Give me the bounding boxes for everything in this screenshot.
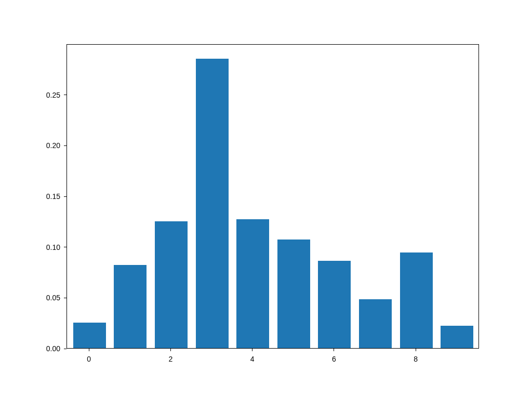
bar-3 [196, 59, 229, 348]
bar-1 [114, 265, 147, 348]
y-tick-label: 0.00 [46, 344, 60, 353]
x-tick [89, 349, 89, 351]
bar-4 [236, 219, 269, 348]
x-tick [170, 349, 171, 351]
y-tick [64, 95, 66, 95]
y-tick-label: 0.20 [46, 141, 60, 150]
x-tick-label: 0 [87, 355, 91, 363]
x-tick-label: 4 [250, 355, 255, 363]
y-tick [64, 145, 66, 146]
x-tick-label: 6 [332, 355, 336, 363]
bar-0 [73, 323, 106, 348]
bar-8 [400, 252, 433, 348]
x-tick-label: 8 [414, 355, 418, 363]
bar-9 [441, 326, 473, 348]
plot-area [66, 44, 479, 349]
x-tick-label: 2 [169, 355, 173, 363]
bars-group [67, 45, 478, 348]
bar-2 [155, 221, 188, 348]
y-tick-label: 0.15 [46, 192, 60, 201]
x-tick [252, 349, 252, 351]
x-axis-ticks: 02468 [66, 349, 479, 353]
y-tick-label: 0.25 [46, 91, 60, 99]
bar-5 [277, 240, 310, 348]
bar-7 [359, 299, 392, 348]
x-tick [416, 349, 416, 351]
x-tick [334, 349, 334, 351]
y-axis-ticks: 0.000.050.100.150.200.25 [62, 44, 66, 349]
y-tick-label: 0.10 [46, 243, 60, 251]
y-tick [64, 247, 66, 247]
y-tick [64, 298, 66, 298]
y-tick-label: 0.05 [46, 294, 60, 302]
y-tick [64, 196, 66, 197]
bar-6 [318, 261, 351, 348]
chart-container: 0.000.050.100.150.200.25 02468 [66, 44, 479, 349]
